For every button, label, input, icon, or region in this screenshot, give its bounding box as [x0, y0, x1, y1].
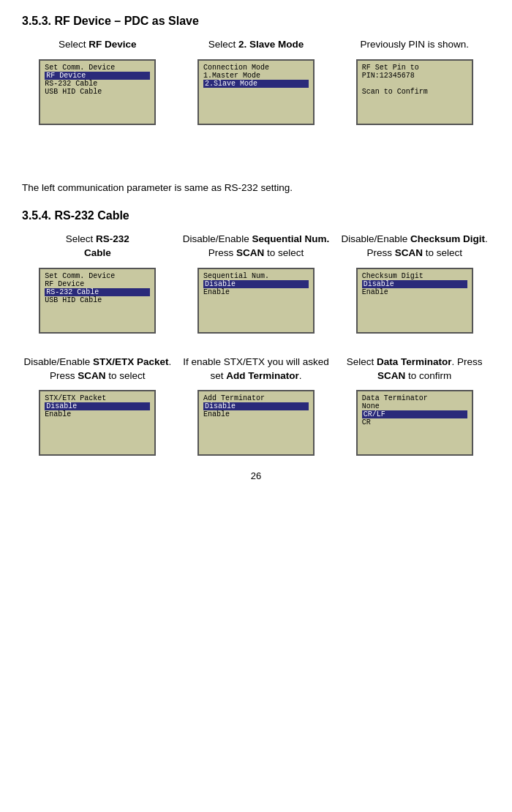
section1-screen2-cell: Connection Mode 1.Master Mode 2.Slave Mo… — [181, 59, 332, 125]
section1-heading: 3.5.3. RF Device – PDC as Slave — [22, 15, 490, 28]
section2-row2-col2-label: If enable STX/ETX you will asked set Add… — [181, 356, 332, 383]
screen1: Set Comm. Device RF Device RS-232 Cable … — [39, 59, 156, 125]
section2-row2-labels: Disable/Enable STX/ETX Packet. Press SCA… — [22, 356, 490, 383]
section2-row2-col1-label: Disable/Enable STX/ETX Packet. Press SCA… — [22, 356, 173, 383]
section1-col3-label: Previously PIN is shown. — [360, 38, 469, 52]
section2-row2-col2: If enable STX/ETX you will asked set Add… — [181, 356, 332, 383]
section2-row2-screen2: Add Terminator Disable Enable — [197, 390, 315, 456]
screen3: RF Set Pin to PIN:12345678 Scan to Confi… — [356, 59, 473, 125]
section1-screen1-cell: Set Comm. Device RF Device RS-232 Cable … — [22, 59, 173, 125]
section1-col3: Previously PIN is shown. — [339, 38, 490, 52]
section2-row2-screen1: STX/ETX Packet Disable Enable — [39, 390, 156, 456]
section2-row1-col3: Disable/Enable Checksum Digit. Press SCA… — [339, 233, 490, 260]
section2-row2-screens: STX/ETX Packet Disable Enable Add Termin… — [22, 390, 490, 456]
section2-row2-screen2-cell: Add Terminator Disable Enable — [181, 390, 332, 456]
section2-row2-screen3-cell: Data Terminator None CR/LF CR — [339, 390, 490, 456]
section2-row2-screen1-cell: STX/ETX Packet Disable Enable — [22, 390, 173, 456]
section1-col2: Select 2. Slave Mode — [181, 38, 332, 52]
section1-col2-label: Select 2. Slave Mode — [208, 38, 304, 52]
section2-row1-col1: Select RS-232Cable — [22, 233, 173, 260]
section2-row1-screen2-cell: Sequential Num. Disable Enable — [181, 268, 332, 334]
section1-labels-row: Select RF Device Select 2. Slave Mode Pr… — [22, 38, 490, 52]
section2-row1-screens: Set Comm. Device RF Device RS-232 Cable … — [22, 268, 490, 334]
spacer1 — [22, 140, 490, 154]
section2: 3.5.4. RS-232 Cable Select RS-232Cable D… — [22, 209, 490, 456]
section2-row2-col3-label: Select Data Terminator. Press SCAN to co… — [339, 356, 490, 383]
section2-screen1: Set Comm. Device RF Device RS-232 Cable … — [39, 268, 156, 334]
section2-row1-col2: Disable/Enable Sequential Num. Press SCA… — [181, 233, 332, 260]
section2-row2-screen3: Data Terminator None CR/LF CR — [356, 390, 473, 456]
section2-heading: 3.5.4. RS-232 Cable — [22, 209, 490, 222]
section2-row2-col3: Select Data Terminator. Press SCAN to co… — [339, 356, 490, 383]
section2-row2-col1: Disable/Enable STX/ETX Packet. Press SCA… — [22, 356, 173, 383]
spacer3 — [22, 341, 490, 356]
section2-row1-col1-label: Select RS-232Cable — [66, 233, 129, 260]
section1-screens-row: Set Comm. Device RF Device RS-232 Cable … — [22, 59, 490, 125]
section2-row1-col2-label: Disable/Enable Sequential Num. Press SCA… — [181, 233, 332, 260]
section2-screen2: Sequential Num. Disable Enable — [197, 268, 315, 334]
section2-row1-labels: Select RS-232Cable Disable/Enable Sequen… — [22, 233, 490, 260]
section2-screen3: Checksum Digit Disable Enable — [356, 268, 473, 334]
section2-row1-screen1-cell: Set Comm. Device RF Device RS-232 Cable … — [22, 268, 173, 334]
page-number: 26 — [22, 470, 490, 481]
section1: 3.5.3. RF Device – PDC as Slave Select R… — [22, 15, 490, 125]
section1-screen3-cell: RF Set Pin to PIN:12345678 Scan to Confi… — [339, 59, 490, 125]
screen2: Connection Mode 1.Master Mode 2.Slave Mo… — [197, 59, 315, 125]
section1-col1: Select RF Device — [22, 38, 173, 52]
section2-row1-col3-label: Disable/Enable Checksum Digit. Press SCA… — [339, 233, 490, 260]
section2-row1-screen3-cell: Checksum Digit Disable Enable — [339, 268, 490, 334]
spacer2 — [22, 154, 490, 169]
note-text: The left communication parameter is same… — [22, 182, 490, 193]
section1-col1-label: Select RF Device — [59, 38, 137, 52]
